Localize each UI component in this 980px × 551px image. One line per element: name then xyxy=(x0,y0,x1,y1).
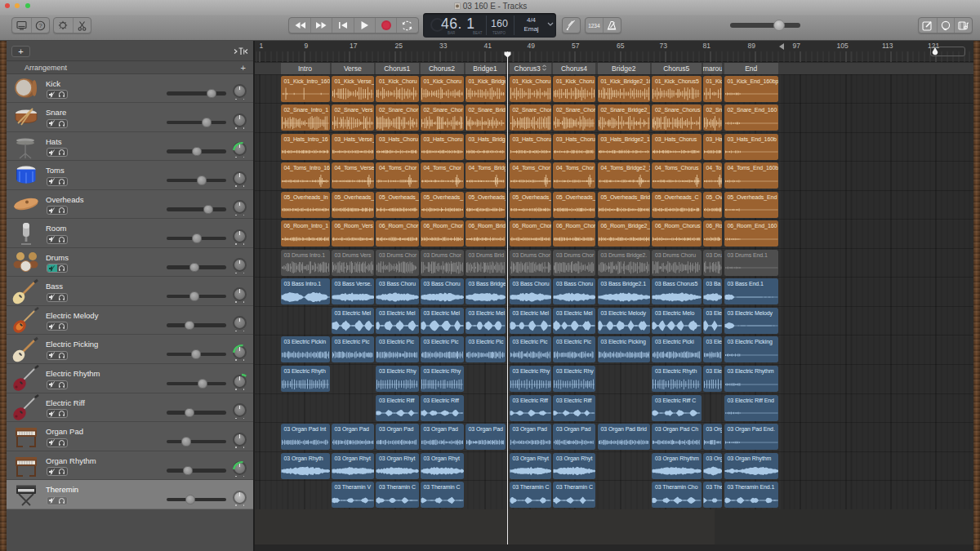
svg-text:?: ? xyxy=(38,22,42,29)
